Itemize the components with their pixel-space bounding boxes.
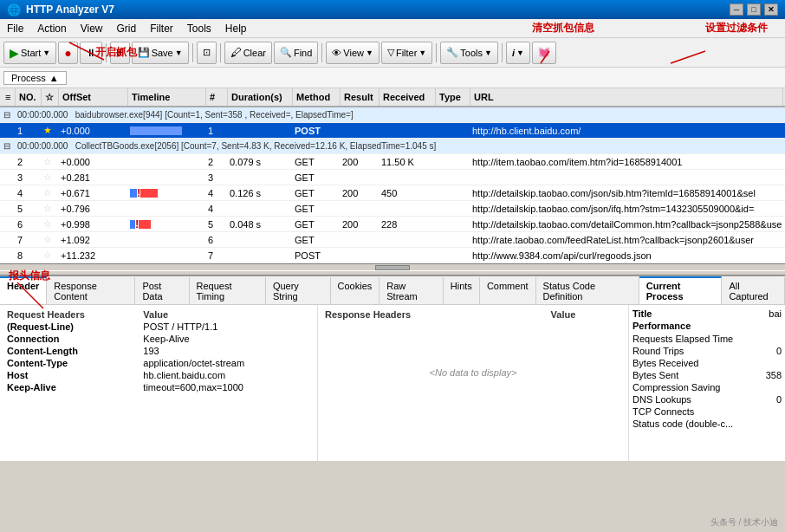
perf-label-round-trips: Round Trips: [633, 346, 684, 356]
view-button[interactable]: 👁 View ▼: [326, 42, 380, 64]
row5-duration: [226, 201, 291, 216]
col-hash[interactable]: #: [206, 88, 228, 106]
row2-num: 2: [204, 154, 226, 169]
perf-label-elapsed: Requests Elapsed Time: [633, 334, 733, 344]
process-selector[interactable]: Process ▲: [3, 71, 67, 85]
heartbeat-button[interactable]: 💓: [532, 42, 556, 64]
info-dropdown-icon: ▼: [516, 49, 524, 57]
tab-hints[interactable]: Hints: [444, 276, 480, 304]
menu-grid[interactable]: Grid: [110, 21, 144, 36]
find-button[interactable]: 🔍 Find: [274, 42, 318, 64]
col-method[interactable]: Method: [293, 88, 341, 106]
process-arrow-icon: ▲: [49, 73, 59, 83]
menu-filter[interactable]: Filter: [143, 21, 180, 36]
tab-raw-stream[interactable]: Raw Stream: [380, 276, 444, 304]
perf-label-status: Status code (double-c...: [633, 418, 733, 429]
req-val-content-type: application/octet-stream: [139, 357, 314, 369]
menu-view[interactable]: View: [74, 21, 110, 36]
view-dropdown-icon: ▼: [366, 49, 373, 57]
pause-button[interactable]: ⏸: [80, 42, 102, 64]
table-row-6[interactable]: 6 ☆ +0.998 ! 5 0.048 s GET 200 228 http:…: [0, 217, 785, 232]
row8-no: 8: [14, 248, 40, 263]
row3-offset: +0.281: [57, 170, 127, 185]
tab-comment[interactable]: Comment: [480, 276, 536, 304]
performance-panel: Title bai Performance Requests Elapsed T…: [629, 305, 785, 461]
maximize-btn[interactable]: □: [747, 3, 761, 16]
menu-help[interactable]: Help: [218, 21, 254, 36]
performance-heading: Performance: [633, 321, 782, 331]
table-row-8[interactable]: 8 ☆ +11.232 7 POST http://www.9384.com/a…: [0, 248, 785, 263]
btn-grid2[interactable]: ⊡: [197, 42, 217, 64]
view-icon: 👁: [332, 48, 341, 58]
clear-button[interactable]: 🖊 Clear: [224, 42, 272, 64]
pause-icon: ⏸: [86, 47, 96, 59]
tab-cookies[interactable]: Cookies: [331, 276, 380, 304]
group2-expand-icon: ⊟: [0, 139, 14, 153]
perf-label-dns: DNS Lookups: [633, 394, 691, 405]
row2-offset: +0.000: [57, 154, 127, 169]
table-row-1[interactable]: 1 ★ +0.000 1 POST http://hb.client.baidu…: [0, 123, 785, 139]
req-val-connection: Keep-Alive: [139, 333, 314, 345]
row2-method: GET: [291, 154, 339, 169]
tools-button[interactable]: 🔧 Tools ▼: [440, 42, 498, 64]
tab-all-captured[interactable]: All Captured: [722, 276, 785, 304]
close-btn[interactable]: ✕: [764, 3, 778, 16]
menu-tools[interactable]: Tools: [180, 21, 218, 36]
row5-marker: [0, 201, 14, 216]
start-button[interactable]: ▶ Start ▼: [3, 42, 56, 64]
perf-title-label: Title: [633, 308, 652, 319]
tab-post-data[interactable]: Post Data: [135, 276, 189, 304]
perf-row-bytes-received: Bytes Received: [633, 357, 782, 369]
col-received[interactable]: Received: [380, 88, 436, 106]
stop-button[interactable]: ●: [58, 42, 77, 64]
row7-received: [378, 232, 434, 247]
response-headers-table: Response Headers Value: [321, 308, 625, 321]
find-icon: 🔍: [280, 47, 292, 58]
row8-marker: [0, 248, 14, 263]
col-duration[interactable]: Duration(s): [228, 88, 293, 106]
tab-status-code[interactable]: Status Code Definition: [536, 276, 639, 304]
save-button[interactable]: 💾 Save ▼: [132, 42, 189, 64]
table-row-4[interactable]: 4 ☆ +0.671 ! 4 0.126 s GET 200 450 http:…: [0, 185, 785, 201]
table-row-3[interactable]: 3 ☆ +0.281 3 GET: [0, 170, 785, 185]
col-result[interactable]: Result: [341, 88, 380, 106]
process-label-text: Process: [11, 73, 46, 83]
table-row-7[interactable]: 7 ☆ +1.092 6 GET http://rate.taobao.com/…: [0, 232, 785, 248]
group-row-2[interactable]: ⊟ 00:00:00.000 CollectTBGoods.exe[2056] …: [0, 139, 785, 154]
separator-4: [321, 43, 322, 62]
btn-grid[interactable]: ⊞: [110, 42, 130, 64]
table-row-5[interactable]: 5 ☆ +0.796 4 GET http://detailskip.taoba…: [0, 201, 785, 217]
row1-url: http://hb.client.baidu.com/: [469, 123, 785, 138]
row6-no: 6: [14, 217, 40, 231]
table-row-2[interactable]: 2 ☆ +0.000 2 0.079 s GET 200 11.50 K htt…: [0, 154, 785, 170]
tab-query-string[interactable]: Query String: [266, 276, 331, 304]
row4-marker: [0, 185, 14, 200]
minimize-btn[interactable]: ─: [730, 3, 743, 16]
watermark: 头条号 / 技术小迪: [710, 516, 778, 529]
info-button[interactable]: i ▼: [506, 42, 530, 64]
group-row-1[interactable]: ⊟ 00:00:00.000 baidubrowser.exe[944] [Co…: [0, 107, 785, 123]
tab-current-process[interactable]: Current Process: [639, 276, 723, 304]
row8-received: [378, 248, 434, 263]
tab-response-content[interactable]: Response Content: [47, 276, 135, 304]
col-timeline[interactable]: Timeline: [128, 88, 206, 106]
menu-action[interactable]: Action: [30, 21, 73, 36]
app-title: HTTP Analyzer V7: [26, 3, 114, 16]
req-key-content-length: Content-Length: [3, 345, 139, 357]
row5-method: GET: [291, 201, 339, 216]
menu-file[interactable]: File: [0, 21, 30, 36]
col-url[interactable]: URL: [470, 88, 783, 106]
row8-duration: [226, 248, 291, 263]
filter-button[interactable]: ▽ Filter ▼: [381, 42, 432, 64]
col-type[interactable]: Type: [436, 88, 470, 106]
col-offset[interactable]: OffSet: [59, 88, 128, 106]
col-no[interactable]: NO.: [16, 88, 42, 106]
separator-1: [106, 43, 107, 62]
req-val-host: hb.client.baidu.com: [139, 369, 314, 381]
row1-num: 1: [204, 123, 226, 138]
tab-request-timing[interactable]: Request Timing: [190, 276, 266, 304]
play-icon: ▶: [10, 46, 19, 60]
row5-type: [434, 201, 469, 216]
horizontal-scrollbar[interactable]: [0, 263, 785, 270]
tab-header[interactable]: Header: [0, 276, 47, 304]
